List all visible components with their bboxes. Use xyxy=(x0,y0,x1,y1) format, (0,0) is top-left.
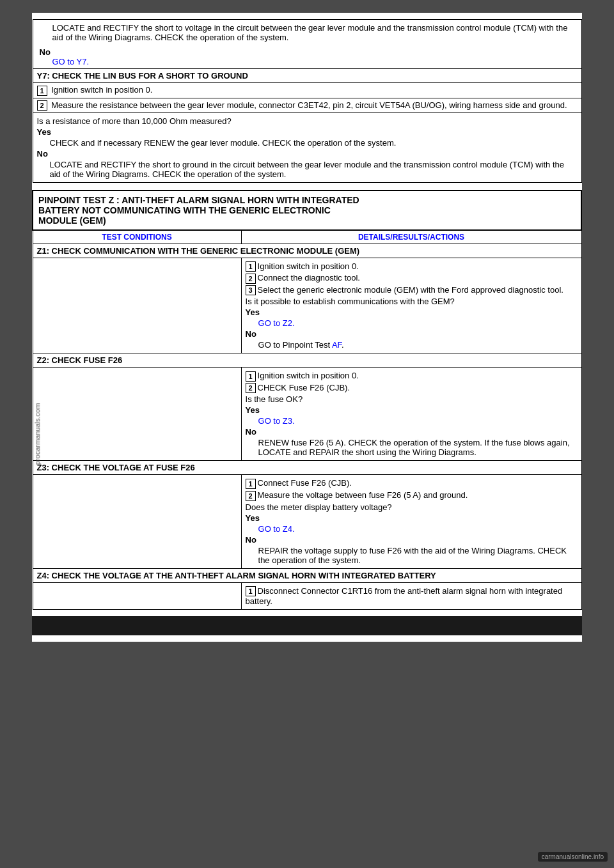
z4-left-col xyxy=(33,582,241,610)
z4-step-num-1: 1 xyxy=(246,586,256,596)
z2-right-col: 1Ignition switch in position 0. 2CHECK F… xyxy=(241,368,581,461)
y7-header: Y7: CHECK THE LIN BUS FOR A SHORT TO GRO… xyxy=(33,69,581,83)
pre-y7-no-row: No GO to Y7. xyxy=(33,45,581,69)
z3-question: Does the meter display battery voltage? xyxy=(246,502,578,512)
y7-step1-row: 1 Ignition switch in position 0. xyxy=(33,83,581,98)
pinpoint-z-title-row: PINPOINT TEST Z : ANTI-THEFT ALARM SIGNA… xyxy=(33,190,581,230)
watermark-left: procarmanuals.com xyxy=(33,403,41,465)
y7-yes-label: Yes xyxy=(37,127,51,137)
y7-step2-text: Measure the resistance between the gear … xyxy=(51,100,567,110)
z1-header-row: Z1: CHECK COMMUNICATION WITH THE GENERIC… xyxy=(33,244,581,258)
z1-steps-row: 1Ignition switch in position 0. 2Connect… xyxy=(33,258,581,353)
col-header-details: DETAILS/RESULTS/ACTIONS xyxy=(241,230,581,244)
y7-step1-text: Ignition switch in position 0. xyxy=(51,85,152,95)
z3-yes-label: Yes xyxy=(246,513,260,523)
z1-question: Is it possible to establish communicatio… xyxy=(246,297,578,306)
z1-yes-label: Yes xyxy=(246,307,260,317)
z1-no-action: GO to Pinpoint Test xyxy=(258,340,332,350)
y7-question: Is a resistance of more than 10,000 Ohm … xyxy=(37,116,578,126)
z4-header-row: Z4: CHECK THE VOLTAGE AT THE ANTI-THEFT … xyxy=(33,568,581,582)
z1-header: Z1: CHECK COMMUNICATION WITH THE GENERIC… xyxy=(33,244,581,258)
z3-header: Z3: CHECK THE VOLTAGE AT FUSE F26 xyxy=(33,461,581,475)
z4-header: Z4: CHECK THE VOLTAGE AT THE ANTI-THEFT … xyxy=(33,568,581,582)
z3-step-num-2: 2 xyxy=(246,491,256,501)
pinpoint-z-title-line1: PINPOINT TEST Z : ANTI-THEFT ALARM SIGNA… xyxy=(38,195,576,205)
no-label-pre: No xyxy=(40,47,51,57)
z2-question: Is the fuse OK? xyxy=(246,394,578,404)
go-to-y7-link[interactable]: GO to Y7 xyxy=(40,57,87,66)
z1-no-link[interactable]: AF xyxy=(332,340,342,350)
z2-yes-label: Yes xyxy=(246,405,260,415)
z3-yes-link[interactable]: GO to Z4. xyxy=(258,524,295,534)
z3-steps-row: 1Connect Fuse F26 (CJB). 2Measure the vo… xyxy=(33,475,581,568)
z1-no-period: . xyxy=(342,340,344,350)
bottom-bar xyxy=(32,616,582,635)
z1-step1: Ignition switch in position 0. xyxy=(258,261,359,271)
z1-step-num-1: 1 xyxy=(246,261,256,272)
col-header-test: TEST CONDITIONS xyxy=(33,230,241,244)
z3-step2: Measure the voltage between fuse F26 (5 … xyxy=(258,490,468,500)
z3-no-label: No xyxy=(246,535,256,545)
z3-step-num-1: 1 xyxy=(246,479,256,489)
z2-step-num-1: 1 xyxy=(246,371,256,382)
z3-right-col: 1Connect Fuse F26 (CJB). 2Measure the vo… xyxy=(241,475,581,568)
y7-question-row: Is a resistance of more than 10,000 Ohm … xyxy=(33,113,581,183)
z1-step-num-3: 3 xyxy=(246,285,256,295)
locate-text: LOCATE and RECTIFY the short to voltage … xyxy=(52,23,578,42)
main-content-table: LOCATE and RECTIFY the short to voltage … xyxy=(32,19,582,610)
z2-yes-link[interactable]: GO to Z3. xyxy=(258,416,295,426)
z2-step2: CHECK Fuse F26 (CJB). xyxy=(258,383,350,392)
z2-no-action: RENEW fuse F26 (5 A). CHECK the operatio… xyxy=(246,438,578,457)
pinpoint-z-title-line3: MODULE (GEM) xyxy=(38,215,576,226)
z4-right-col: 1Disconnect Connector C1RT16 from the an… xyxy=(241,582,581,610)
z1-left-col xyxy=(33,258,241,353)
z1-yes-link[interactable]: GO to Z2. xyxy=(258,318,295,328)
z2-header: Z2: CHECK FUSE F26 xyxy=(33,353,581,368)
z1-right-col: 1Ignition switch in position 0. 2Connect… xyxy=(241,258,581,353)
y7-no-label: No xyxy=(37,149,48,159)
spacer-row xyxy=(33,183,581,190)
y7-step2-row: 2 Measure the resistance between the gea… xyxy=(33,98,581,113)
z2-step-num-2: 2 xyxy=(246,383,256,393)
z1-no-label: No xyxy=(246,329,256,339)
z2-step1: Ignition switch in position 0. xyxy=(258,371,359,380)
z1-step3: Select the generic electronic module (GE… xyxy=(258,285,563,295)
z4-step1: Disconnect Connector C1RT16 from the ant… xyxy=(246,586,563,607)
z2-steps-row: 1Ignition switch in position 0. 2CHECK F… xyxy=(33,368,581,461)
step-num-1: 1 xyxy=(37,86,47,96)
z3-left-col xyxy=(33,475,241,568)
z4-steps-row: 1Disconnect Connector C1RT16 from the an… xyxy=(33,582,581,610)
z1-step-num-2: 2 xyxy=(246,274,256,284)
z2-header-row: Z2: CHECK FUSE F26 xyxy=(33,353,581,368)
y7-yes-action: CHECK and if necessary RENEW the gear le… xyxy=(37,138,578,148)
pre-y7-row: LOCATE and RECTIFY the short to voltage … xyxy=(33,20,581,46)
z2-no-label: No xyxy=(246,427,256,437)
y7-no-action: LOCATE and RECTIFY the short to ground i… xyxy=(37,160,578,179)
col-headers-row: TEST CONDITIONS DETAILS/RESULTS/ACTIONS xyxy=(33,230,581,244)
z3-step1: Connect Fuse F26 (CJB). xyxy=(258,478,352,488)
z1-step2: Connect the diagnostic tool. xyxy=(258,273,360,283)
y7-header-row: Y7: CHECK THE LIN BUS FOR A SHORT TO GRO… xyxy=(33,69,581,83)
step-num-2: 2 xyxy=(37,100,47,111)
pinpoint-z-title-line2: BATTERY NOT COMMUNICATING WITH THE GENER… xyxy=(38,205,576,215)
z3-header-row: Z3: CHECK THE VOLTAGE AT FUSE F26 xyxy=(33,461,581,475)
z3-no-action: REPAIR the voltage supply to fuse F26 wi… xyxy=(246,546,578,565)
z2-left-col xyxy=(33,368,241,461)
